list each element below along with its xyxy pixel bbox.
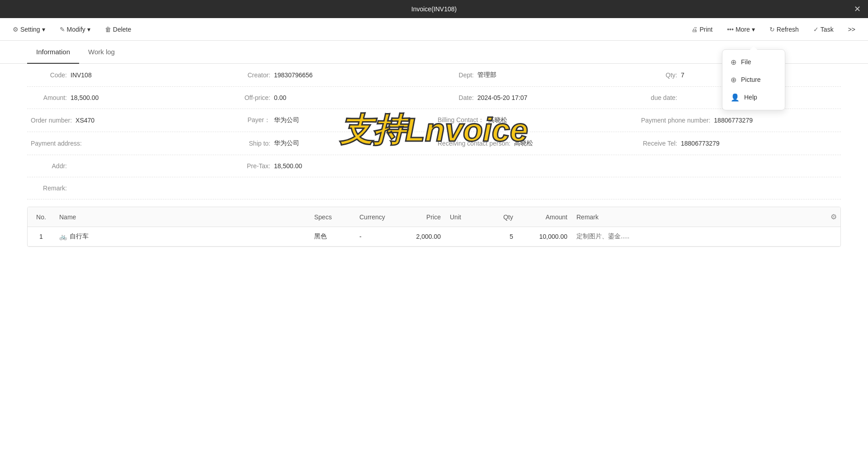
dropdown-help-label: Help <box>744 94 757 101</box>
col-header-qty: Qty <box>481 207 518 227</box>
col-header-name: Name <box>55 207 310 227</box>
info-cell-receivingcontact: Receiving contact person: 高晓松 <box>434 132 637 155</box>
ordernumber-label: Order number: <box>31 117 72 124</box>
print-icon: 🖨 <box>691 26 698 33</box>
info-row-1: Code: INV108 Creator: 19830796656 Dept: … <box>27 64 841 87</box>
task-label: Task <box>821 26 834 33</box>
col-header-remark: Remark <box>572 207 827 227</box>
print-button[interactable]: 🖨 Print <box>686 23 718 36</box>
info-cell-amount: Amount: 18,500.00 <box>27 87 231 109</box>
refresh-button[interactable]: ↻ Refresh <box>764 23 804 36</box>
chevron-down-icon: ▾ <box>87 26 90 33</box>
col-header-unit: Unit <box>445 207 481 227</box>
shipto-value: 华为公司 <box>274 139 299 147</box>
info-cell-shipto: Ship to: 华为公司 <box>231 132 434 155</box>
close-button[interactable]: ✕ <box>854 4 861 14</box>
receivetel-label: Receive Tel: <box>641 140 677 147</box>
more-button[interactable]: ••• More ▾ <box>722 23 760 36</box>
qty-value: 7 <box>681 71 684 79</box>
modify-button[interactable]: ✎ Modify ▾ <box>54 23 96 36</box>
billingcontact-label: Billing Contact： <box>438 116 485 124</box>
col-header-specs: Specs <box>310 207 355 227</box>
shipto-label: Ship to: <box>234 140 270 147</box>
info-cell-empty2 <box>637 155 841 177</box>
amount-label: Amount: <box>31 94 67 101</box>
refresh-icon: ↻ <box>769 26 775 33</box>
modify-label: Modify <box>67 26 85 33</box>
offprice-label: Off-price: <box>234 94 270 101</box>
paymentphone-label: Payment phone number: <box>641 117 710 124</box>
info-cell-empty3 <box>231 177 434 199</box>
cell-name: 🚲 自行车 <box>55 227 310 246</box>
expand-icon: >> <box>848 26 855 33</box>
dropdown-item-file[interactable]: ⊕ File <box>722 53 785 71</box>
window-title: Invoice(INV108) <box>411 5 457 13</box>
cell-no: 1 <box>28 227 55 246</box>
info-row-4: Payment address: Ship to: 华为公司 Receiving… <box>27 132 841 155</box>
info-row-5: Addr: Pre-Tax: 18,500.00 <box>27 155 841 177</box>
info-cell-ordernumber: Order number: XS470 <box>27 109 231 132</box>
more-icon: ••• <box>727 26 734 33</box>
bike-icon: 🚲 <box>59 233 67 240</box>
info-cell-empty4 <box>434 177 637 199</box>
chevron-down-icon: ▾ <box>752 26 755 33</box>
table-header: No. Name Specs Currency Price Unit Qty A… <box>28 207 840 227</box>
task-icon: ✓ <box>813 26 819 33</box>
info-cell-creator: Creator: 19830796656 <box>231 64 434 86</box>
col-header-amount: Amount <box>518 207 572 227</box>
addr-label: Addr: <box>31 162 67 170</box>
setting-button[interactable]: ⚙ Setting ▾ <box>7 23 51 36</box>
task-button[interactable]: ✓ Task <box>808 23 839 36</box>
delete-button[interactable]: 🗑 Delete <box>99 23 137 36</box>
cell-specs: 黑色 <box>310 227 355 246</box>
receivingcontact-value: 高晓松 <box>514 139 533 147</box>
col-header-settings: ⚙ <box>827 207 840 227</box>
title-bar: Invoice(INV108) ✕ <box>0 0 868 18</box>
code-value: INV108 <box>71 71 92 79</box>
dropdown-item-picture[interactable]: ⊕ Picture <box>722 71 785 89</box>
toolbar-right: 🖨 Print ••• More ▾ ⊕ File ⊕ Picture <box>686 23 861 36</box>
trash-icon: 🗑 <box>105 26 111 33</box>
info-row-6: Remark: <box>27 177 841 199</box>
creator-label: Creator: <box>234 71 270 79</box>
cell-qty: 5 <box>481 227 518 246</box>
amount-value: 18,500.00 <box>71 94 99 101</box>
toolbar: ⚙ Setting ▾ ✎ Modify ▾ 🗑 Delete 🖨 Print … <box>0 18 868 41</box>
expand-button[interactable]: >> <box>843 23 861 36</box>
col-header-no: No. <box>28 207 55 227</box>
remark-text: 定制图片、鎏金..... <box>576 232 629 241</box>
qty-label: Qty: <box>641 71 677 79</box>
info-cell-empty1 <box>434 155 637 177</box>
plus-circle-icon: ⊕ <box>731 76 736 84</box>
dropdown-item-help[interactable]: 👤 Help <box>722 89 785 106</box>
dropdown-picture-label: Picture <box>741 76 761 83</box>
tab-information[interactable]: Information <box>27 41 79 64</box>
duedate-label: due date: <box>641 94 677 101</box>
receivingcontact-label: Receiving contact person: <box>438 140 510 147</box>
offprice-value: 0.00 <box>274 94 286 101</box>
more-dropdown-menu: ⊕ File ⊕ Picture 👤 Help <box>722 49 785 110</box>
creator-value: 19830796656 <box>274 71 313 79</box>
table-row: 1 🚲 自行车 黑色 - 2,000.00 5 10,000.00 定制图片、鎏… <box>28 227 840 246</box>
info-row-3: Order number: XS470 Payer： 华为公司 Billing … <box>27 109 841 132</box>
cell-unit <box>445 227 481 246</box>
gear-icon: ⚙ <box>13 26 19 33</box>
item-name-value: 自行车 <box>70 232 89 241</box>
dept-label: Dept: <box>438 71 474 79</box>
info-row-2: Amount: 18,500.00 Off-price: 0.00 Date: … <box>27 87 841 109</box>
date-label: Date: <box>438 94 474 101</box>
table-settings-icon[interactable]: ⚙ <box>830 213 837 221</box>
tab-worklog[interactable]: Work log <box>79 41 124 64</box>
paymentaddress-label: Payment address: <box>31 140 82 147</box>
more-dropdown-container: ••• More ▾ ⊕ File ⊕ Picture 👤 Help <box>722 23 760 36</box>
ordernumber-value: XS470 <box>75 117 94 124</box>
cell-amount: 10,000.00 <box>518 227 572 246</box>
print-label: Print <box>699 26 712 33</box>
info-cell-code: Code: INV108 <box>27 64 231 86</box>
plus-circle-icon: ⊕ <box>731 58 736 66</box>
cell-settings <box>827 227 840 246</box>
payer-label: Payer： <box>234 116 270 124</box>
info-cell-pretax: Pre-Tax: 18,500.00 <box>231 155 434 177</box>
info-cell-addr: Addr: <box>27 155 231 177</box>
chevron-down-icon: ▾ <box>42 26 45 33</box>
